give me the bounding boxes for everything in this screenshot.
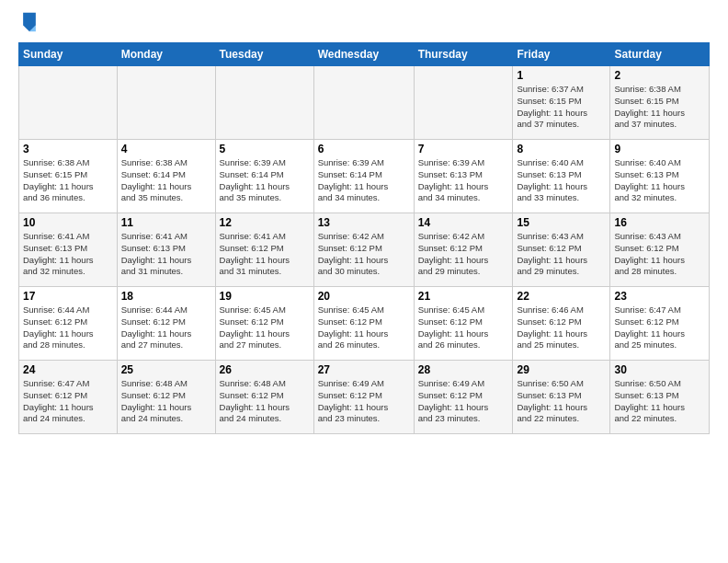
calendar-cell: 24Sunrise: 6:47 AMSunset: 6:12 PMDayligh… [19,361,118,434]
calendar-cell: 7Sunrise: 6:39 AMSunset: 6:13 PMDaylight… [414,140,513,213]
day-number: 20 [318,290,410,303]
calendar-cell: 11Sunrise: 6:41 AMSunset: 6:13 PMDayligh… [117,213,215,287]
day-info: Sunrise: 6:44 AMSunset: 6:12 PMDaylight:… [121,304,211,351]
calendar-cell: 5Sunrise: 6:39 AMSunset: 6:14 PMDaylight… [215,140,313,213]
day-info: Sunrise: 6:38 AMSunset: 6:15 PMDaylight:… [23,157,113,204]
calendar-cell: 26Sunrise: 6:48 AMSunset: 6:12 PMDayligh… [215,361,313,434]
day-info: Sunrise: 6:43 AMSunset: 6:12 PMDaylight:… [614,231,705,278]
day-info: Sunrise: 6:45 AMSunset: 6:12 PMDaylight:… [220,304,310,351]
calendar-header-wednesday: Wednesday [313,43,414,66]
calendar-cell: 22Sunrise: 6:46 AMSunset: 6:12 PMDayligh… [513,287,610,361]
day-number: 28 [418,363,509,376]
calendar-cell: 27Sunrise: 6:49 AMSunset: 6:12 PMDayligh… [313,361,414,434]
calendar-cell: 6Sunrise: 6:39 AMSunset: 6:14 PMDaylight… [313,140,414,213]
logo [18,15,39,33]
calendar-cell: 23Sunrise: 6:47 AMSunset: 6:12 PMDayligh… [610,287,710,361]
calendar-header-row: SundayMondayTuesdayWednesdayThursdayFrid… [19,43,710,66]
day-number: 10 [23,216,113,229]
day-number: 12 [220,216,310,229]
day-number: 2 [614,69,705,82]
day-number: 16 [614,216,705,229]
calendar-cell [117,66,215,140]
calendar-cell: 28Sunrise: 6:49 AMSunset: 6:12 PMDayligh… [414,361,513,434]
day-info: Sunrise: 6:37 AMSunset: 6:15 PMDaylight:… [517,84,606,131]
day-info: Sunrise: 6:45 AMSunset: 6:12 PMDaylight:… [418,304,509,351]
calendar-cell [215,66,313,140]
day-number: 24 [23,363,113,376]
calendar-cell: 18Sunrise: 6:44 AMSunset: 6:12 PMDayligh… [117,287,215,361]
day-info: Sunrise: 6:39 AMSunset: 6:14 PMDaylight:… [318,157,410,204]
day-info: Sunrise: 6:38 AMSunset: 6:15 PMDaylight:… [614,84,705,131]
calendar-cell: 9Sunrise: 6:40 AMSunset: 6:13 PMDaylight… [610,140,710,213]
calendar-cell: 17Sunrise: 6:44 AMSunset: 6:12 PMDayligh… [19,287,118,361]
day-number: 25 [121,363,211,376]
day-info: Sunrise: 6:47 AMSunset: 6:12 PMDaylight:… [614,304,705,351]
day-info: Sunrise: 6:42 AMSunset: 6:12 PMDaylight:… [318,231,410,278]
day-number: 29 [517,363,606,376]
calendar-cell: 15Sunrise: 6:43 AMSunset: 6:12 PMDayligh… [513,213,610,287]
page: SundayMondayTuesdayWednesdayThursdayFrid… [0,0,728,563]
calendar-cell: 21Sunrise: 6:45 AMSunset: 6:12 PMDayligh… [414,287,513,361]
day-number: 9 [614,143,705,155]
day-info: Sunrise: 6:38 AMSunset: 6:14 PMDaylight:… [121,157,211,204]
day-info: Sunrise: 6:41 AMSunset: 6:12 PMDaylight:… [220,231,310,278]
day-info: Sunrise: 6:44 AMSunset: 6:12 PMDaylight:… [23,304,113,351]
calendar-week-3: 10Sunrise: 6:41 AMSunset: 6:13 PMDayligh… [19,213,710,287]
day-info: Sunrise: 6:48 AMSunset: 6:12 PMDaylight:… [121,378,211,425]
calendar-cell: 8Sunrise: 6:40 AMSunset: 6:13 PMDaylight… [513,140,610,213]
calendar-cell: 25Sunrise: 6:48 AMSunset: 6:12 PMDayligh… [117,361,215,434]
calendar-header-thursday: Thursday [414,43,513,66]
calendar-header-saturday: Saturday [610,43,710,66]
header [18,15,710,33]
calendar-cell: 29Sunrise: 6:50 AMSunset: 6:13 PMDayligh… [513,361,610,434]
calendar-cell: 14Sunrise: 6:42 AMSunset: 6:12 PMDayligh… [414,213,513,287]
day-number: 19 [220,290,310,303]
day-info: Sunrise: 6:49 AMSunset: 6:12 PMDaylight:… [318,378,410,425]
day-number: 5 [220,143,310,155]
day-number: 11 [121,216,211,229]
day-number: 30 [614,363,705,376]
day-info: Sunrise: 6:39 AMSunset: 6:14 PMDaylight:… [220,157,310,204]
calendar-header-friday: Friday [513,43,610,66]
calendar-cell: 4Sunrise: 6:38 AMSunset: 6:14 PMDaylight… [117,140,215,213]
calendar-cell: 3Sunrise: 6:38 AMSunset: 6:15 PMDaylight… [19,140,118,213]
calendar-cell [414,66,513,140]
calendar: SundayMondayTuesdayWednesdayThursdayFrid… [18,42,710,434]
day-info: Sunrise: 6:40 AMSunset: 6:13 PMDaylight:… [517,157,606,204]
calendar-week-5: 24Sunrise: 6:47 AMSunset: 6:12 PMDayligh… [19,361,710,434]
day-info: Sunrise: 6:39 AMSunset: 6:13 PMDaylight:… [418,157,509,204]
calendar-week-4: 17Sunrise: 6:44 AMSunset: 6:12 PMDayligh… [19,287,710,361]
calendar-header-tuesday: Tuesday [215,43,313,66]
day-info: Sunrise: 6:41 AMSunset: 6:13 PMDaylight:… [23,231,113,278]
day-number: 17 [23,290,113,303]
day-number: 8 [517,143,606,155]
day-info: Sunrise: 6:46 AMSunset: 6:12 PMDaylight:… [517,304,606,351]
calendar-header-monday: Monday [117,43,215,66]
day-number: 26 [220,363,310,376]
calendar-cell: 13Sunrise: 6:42 AMSunset: 6:12 PMDayligh… [313,213,414,287]
calendar-cell: 20Sunrise: 6:45 AMSunset: 6:12 PMDayligh… [313,287,414,361]
day-info: Sunrise: 6:50 AMSunset: 6:13 PMDaylight:… [517,378,606,425]
logo-text [18,15,39,33]
day-info: Sunrise: 6:47 AMSunset: 6:12 PMDaylight:… [23,378,113,425]
day-number: 1 [517,69,606,82]
calendar-cell [313,66,414,140]
logo-icon [20,11,39,33]
calendar-cell: 2Sunrise: 6:38 AMSunset: 6:15 PMDaylight… [610,66,710,140]
calendar-cell: 1Sunrise: 6:37 AMSunset: 6:15 PMDaylight… [513,66,610,140]
day-number: 23 [614,290,705,303]
calendar-cell: 30Sunrise: 6:50 AMSunset: 6:13 PMDayligh… [610,361,710,434]
calendar-header-sunday: Sunday [19,43,118,66]
day-info: Sunrise: 6:40 AMSunset: 6:13 PMDaylight:… [614,157,705,204]
day-number: 4 [121,143,211,155]
calendar-week-2: 3Sunrise: 6:38 AMSunset: 6:15 PMDaylight… [19,140,710,213]
day-info: Sunrise: 6:45 AMSunset: 6:12 PMDaylight:… [318,304,410,351]
day-info: Sunrise: 6:42 AMSunset: 6:12 PMDaylight:… [418,231,509,278]
day-info: Sunrise: 6:48 AMSunset: 6:12 PMDaylight:… [220,378,310,425]
calendar-cell: 12Sunrise: 6:41 AMSunset: 6:12 PMDayligh… [215,213,313,287]
calendar-week-1: 1Sunrise: 6:37 AMSunset: 6:15 PMDaylight… [19,66,710,140]
day-number: 6 [318,143,410,155]
day-number: 3 [23,143,113,155]
day-number: 22 [517,290,606,303]
day-info: Sunrise: 6:49 AMSunset: 6:12 PMDaylight:… [418,378,509,425]
